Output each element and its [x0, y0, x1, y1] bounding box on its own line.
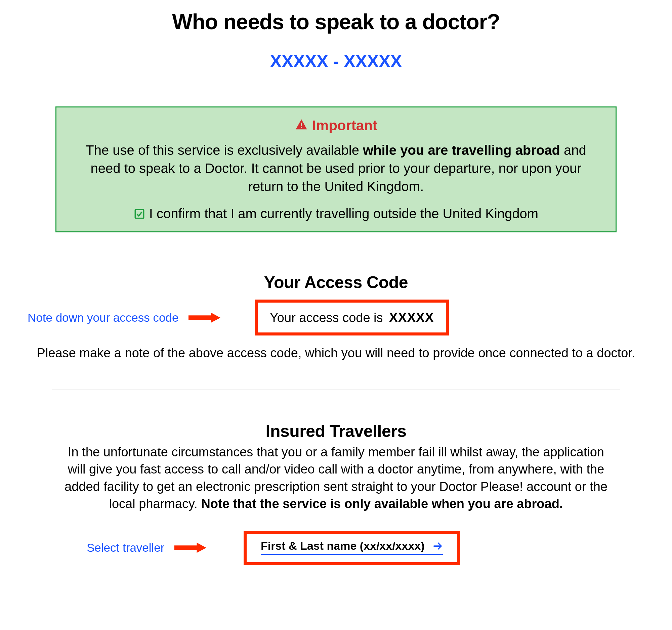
section-divider — [52, 389, 620, 389]
insured-body-bold: Note that the service is only available … — [201, 497, 563, 511]
traveller-highlight-box: First & Last name (xx/xx/xxxx) — [244, 531, 460, 565]
page-title: Who needs to speak to a doctor? — [20, 9, 652, 34]
traveller-select-link[interactable]: First & Last name (xx/xx/xxxx) — [261, 539, 443, 555]
important-body-text: The use of this service is exclusively a… — [75, 141, 597, 196]
important-notice-box: Important The use of this service is exc… — [55, 106, 617, 232]
access-code-annotation-text: Note down your access code — [28, 311, 178, 324]
important-header: Important — [75, 118, 597, 134]
confirm-text: I confirm that I am currently travelling… — [149, 206, 538, 221]
access-code-label: Your access code is — [270, 311, 383, 325]
checkbox-checked-icon[interactable] — [134, 208, 145, 220]
arrow-right-small-icon — [433, 541, 443, 551]
svg-rect-1 — [301, 127, 302, 128]
arrow-right-icon — [174, 542, 206, 554]
access-code-box: Your access code is XXXXX — [255, 300, 449, 335]
insured-body-text: In the unfortunate circumstances that yo… — [20, 444, 652, 512]
important-body-prefix: The use of this service is exclusively a… — [86, 143, 363, 157]
svg-marker-4 — [211, 313, 221, 323]
svg-marker-6 — [197, 543, 207, 553]
confirm-row[interactable]: I confirm that I am currently travelling… — [75, 206, 597, 221]
access-code-section-title: Your Access Code — [20, 273, 652, 292]
traveller-annotation: Select traveller — [87, 541, 206, 554]
insured-section-title: Insured Travellers — [20, 422, 652, 441]
access-code-note: Please make a note of the above access c… — [20, 346, 652, 360]
important-label: Important — [312, 118, 377, 134]
warning-icon — [295, 118, 308, 133]
access-code-annotation: Note down your access code — [28, 311, 220, 324]
arrow-right-icon — [189, 312, 220, 324]
svg-rect-0 — [301, 123, 302, 126]
traveller-annotation-text: Select traveller — [87, 541, 164, 554]
traveller-link-text: First & Last name (xx/xx/xxxx) — [261, 539, 425, 552]
access-code-row: Note down your access code Your access c… — [20, 300, 652, 336]
important-body-bold: while you are travelling abroad — [363, 143, 560, 157]
masked-code: XXXXX - XXXXX — [20, 51, 652, 71]
traveller-row: Select traveller First & Last name (xx/x… — [20, 531, 652, 568]
access-code-value: XXXXX — [389, 310, 434, 325]
